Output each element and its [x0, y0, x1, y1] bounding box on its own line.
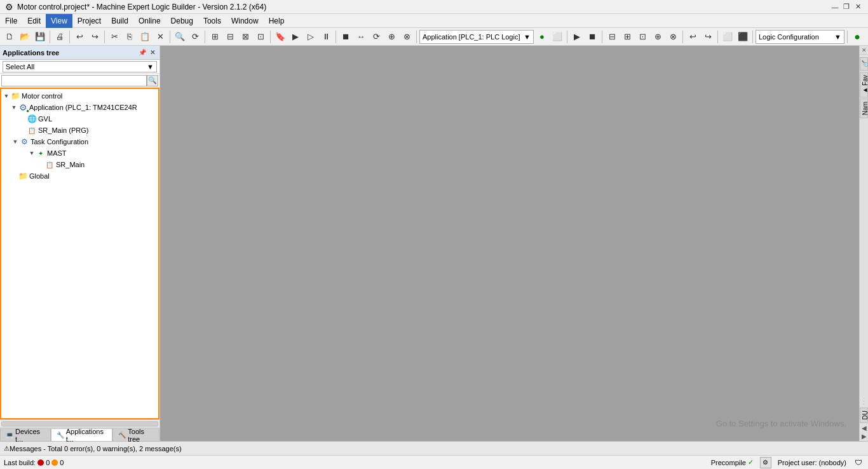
- btn-16[interactable]: ⟳: [369, 30, 383, 44]
- far-right-tab-search[interactable]: 🔍: [860, 57, 868, 71]
- select-all-dropdown[interactable]: Select All ▼: [3, 61, 157, 72]
- btn-6[interactable]: ⊞: [208, 30, 222, 44]
- btn-29[interactable]: ↪: [701, 30, 715, 44]
- tree-node-application[interactable]: ▼ ⚙ ● Application (PLC_1: TM241CE24R: [1, 102, 158, 113]
- tab-devices[interactable]: 💻 Devices t...: [0, 428, 51, 441]
- tree-node-global[interactable]: ▶ 📁 Global: [1, 170, 158, 182]
- redo-button[interactable]: ↪: [88, 30, 102, 44]
- btn-23[interactable]: ⊟: [605, 30, 619, 44]
- left-panel: Applications tree 📌 ✕ Select All ▼ 🔍 ▼: [0, 46, 160, 441]
- tree-node-mast[interactable]: ▼ ✦ MAST: [1, 147, 158, 159]
- far-right-close-button[interactable]: ✕: [860, 46, 868, 55]
- btn-12[interactable]: ▷: [304, 30, 318, 44]
- logic-config-dropdown[interactable]: Logic Configuration ▼: [756, 30, 844, 44]
- btn-21[interactable]: ▶: [570, 30, 584, 44]
- tree-icon-sr-main: 📋: [44, 160, 55, 170]
- far-right-panel: ✕ 🔍 ► Fav Nam · · · DU ◀ ▶: [859, 46, 868, 441]
- restore-button[interactable]: ❐: [841, 2, 851, 12]
- btn-22[interactable]: ⏹: [585, 30, 599, 44]
- btn-30[interactable]: ⬜: [721, 30, 735, 44]
- undo-button[interactable]: ↩: [72, 30, 86, 44]
- btn-24[interactable]: ⊞: [620, 30, 634, 44]
- hscroll-track[interactable]: [1, 421, 158, 426]
- open-button[interactable]: 📂: [18, 30, 32, 44]
- btn-20[interactable]: ⬜: [550, 30, 564, 44]
- btn-9[interactable]: ⊡: [254, 30, 268, 44]
- far-right-dots: · · ·: [860, 120, 868, 406]
- tree-icon-motor-control: 📁: [10, 91, 20, 101]
- error-count: 0: [46, 459, 50, 466]
- find-replace-button[interactable]: ⟳: [188, 30, 202, 44]
- paste-button[interactable]: 📋: [138, 30, 152, 44]
- tree-toggle-mast[interactable]: ▼: [28, 149, 36, 157]
- tree-node-sr-main-prg[interactable]: ▶ 📋 SR_Main (PRG): [1, 125, 158, 136]
- btn-11[interactable]: ▶: [288, 30, 302, 44]
- tree-icon-sr-main-prg: 📋: [27, 125, 37, 135]
- close-panel-button[interactable]: ✕: [148, 48, 157, 57]
- messages-text: Messages - Total 0 error(s), 0 warning(s…: [10, 445, 182, 452]
- btn-28[interactable]: ↩: [686, 30, 700, 44]
- new-button[interactable]: 🗋: [3, 30, 17, 44]
- menu-build[interactable]: Build: [106, 14, 133, 28]
- btn-15[interactable]: ↔: [354, 30, 368, 44]
- tree-icon-application: ⚙ ●: [18, 102, 28, 112]
- tree-node-task-config[interactable]: ▼ ▼ ⚙ Task Configuration: [1, 136, 158, 147]
- menu-help[interactable]: Help: [264, 14, 290, 28]
- menu-project[interactable]: Project: [72, 14, 106, 28]
- scroll-down-arrow[interactable]: ▶: [862, 433, 867, 440]
- btn-32[interactable]: ●: [850, 30, 864, 44]
- tab-tools[interactable]: 🔨 Tools tree: [112, 428, 159, 441]
- menu-debug[interactable]: Debug: [166, 14, 198, 28]
- far-right-tab-fav[interactable]: ► Fav: [860, 72, 868, 97]
- btn-17[interactable]: ⊕: [384, 30, 398, 44]
- tree-node-gvl[interactable]: ▶ 🌐 GVL: [1, 113, 158, 125]
- delete-button[interactable]: ✕: [153, 30, 167, 44]
- print-button[interactable]: 🖨: [53, 30, 67, 44]
- find-button[interactable]: 🔍: [173, 30, 187, 44]
- btn-27[interactable]: ⊗: [666, 30, 680, 44]
- separator-1: [50, 31, 50, 43]
- left-hscroll[interactable]: [0, 419, 159, 427]
- separator-2: [69, 31, 70, 43]
- btn-7[interactable]: ⊟: [223, 30, 237, 44]
- far-right-tab-du[interactable]: DU: [860, 407, 868, 423]
- minimize-button[interactable]: —: [830, 2, 840, 12]
- menu-file[interactable]: File: [0, 14, 22, 28]
- tree-node-sr-main[interactable]: ▶ 📋 SR_Main: [1, 159, 158, 170]
- btn-14[interactable]: ⏹: [339, 30, 353, 44]
- tree-toggle-application[interactable]: ▼: [10, 104, 18, 111]
- toolbar: 🗋 📂 💾 🖨 ↩ ↪ ✂ ⎘ 📋 ✕ 🔍 ⟳ ⊞ ⊟ ⊠ ⊡ 🔖 ▶ ▷ ⏸ …: [0, 28, 868, 46]
- cut-button[interactable]: ✂: [107, 30, 121, 44]
- search-input[interactable]: [1, 75, 147, 86]
- pin-panel-button[interactable]: 📌: [138, 48, 147, 57]
- btn-31[interactable]: ⬛: [736, 30, 750, 44]
- btn-19[interactable]: ●: [535, 30, 549, 44]
- save-button[interactable]: 💾: [33, 30, 47, 44]
- copy-button[interactable]: ⎘: [123, 30, 137, 44]
- btn-18[interactable]: ⊗: [400, 30, 414, 44]
- btn-10[interactable]: 🔖: [273, 30, 287, 44]
- btn-26[interactable]: ⊕: [651, 30, 665, 44]
- btn-8[interactable]: ⊠: [238, 30, 252, 44]
- separator-8: [416, 31, 417, 43]
- scroll-up-arrow[interactable]: ◀: [862, 425, 867, 432]
- btn-25[interactable]: ⊡: [635, 30, 649, 44]
- btn-13[interactable]: ⏸: [319, 30, 333, 44]
- menu-window[interactable]: Window: [226, 14, 264, 28]
- far-right-tab-nam[interactable]: Nam: [860, 99, 868, 118]
- menu-edit[interactable]: Edit: [22, 14, 46, 28]
- menu-online[interactable]: Online: [133, 14, 166, 28]
- tree-label-task-config: Task Configuration: [31, 138, 88, 146]
- tree-node-motor-control[interactable]: ▼ 📁 Motor control: [1, 90, 158, 102]
- application-dropdown[interactable]: Application [PLC_1: PLC Logic] ▼: [419, 30, 534, 44]
- status-bar-right: Precompile ✓ ⚙ Project user: (nobody) 🛡: [711, 457, 864, 468]
- tab-applications[interactable]: 🔧 Applications t...: [51, 428, 113, 441]
- tree-toggle-task-config[interactable]: ▼: [11, 138, 19, 146]
- close-button[interactable]: ✕: [853, 2, 863, 12]
- menu-view[interactable]: View: [46, 14, 72, 28]
- settings-button[interactable]: ⚙: [760, 457, 771, 468]
- devices-tab-icon: 💻: [6, 432, 13, 438]
- menu-tools[interactable]: Tools: [198, 14, 226, 28]
- tree-toggle-motor-control[interactable]: ▼: [3, 92, 10, 100]
- search-button[interactable]: 🔍: [147, 75, 158, 86]
